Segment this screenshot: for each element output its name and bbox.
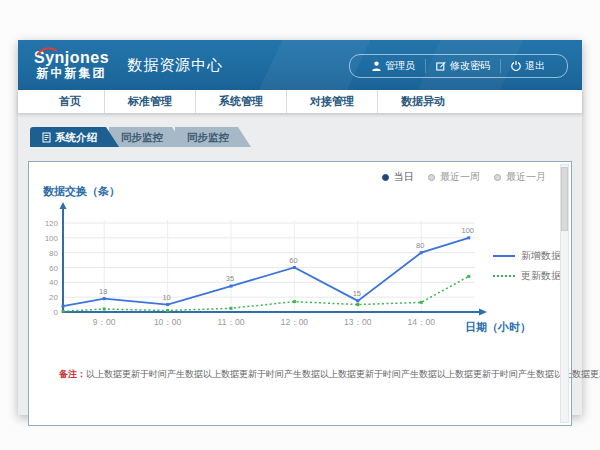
- radio-dot-icon: [382, 174, 389, 181]
- svg-text:60: 60: [289, 256, 297, 265]
- footnote: 备注：以上数据更新于时间产生数据以上数据更新于时间产生数据以上数据更新于时间产生…: [59, 368, 600, 381]
- scrollbar-thumb[interactable]: [561, 167, 568, 231]
- svg-text:35: 35: [226, 274, 234, 283]
- svg-text:20: 20: [49, 293, 58, 302]
- tab-system-intro[interactable]: 系统介绍: [30, 127, 119, 147]
- user-icon: [372, 61, 381, 71]
- range-filter-group: 当日 最近一周 最近一月: [382, 170, 546, 184]
- legend-label: 更新数据: [521, 269, 561, 283]
- svg-text:9：00: 9：00: [93, 317, 116, 327]
- tab-sync-monitor-2[interactable]: 同步监控: [175, 127, 251, 147]
- nav-item-standards[interactable]: 标准管理: [104, 90, 195, 113]
- tab-label: 同步监控: [187, 127, 229, 147]
- app-header: Synjones 新中新集团 数据资源中心 管理员 修改密码 退出: [18, 40, 582, 90]
- y-axis-title: 数据交换（条）: [43, 184, 120, 199]
- svg-text:80: 80: [416, 241, 424, 250]
- legend-item-updated-data: 更新数据: [493, 266, 561, 286]
- tab-label: 系统介绍: [55, 127, 97, 147]
- nav-item-home[interactable]: 首页: [36, 90, 104, 113]
- app-window: Synjones 新中新集团 数据资源中心 管理员 修改密码 退出 首页 标准管…: [18, 40, 582, 415]
- current-user-button[interactable]: 管理员: [362, 59, 425, 73]
- svg-text:100: 100: [462, 226, 475, 235]
- radio-dot-icon: [428, 174, 435, 181]
- x-axis-title: 日期（小时）: [465, 320, 531, 335]
- svg-text:12：00: 12：00: [281, 317, 309, 327]
- svg-text:40: 40: [49, 278, 58, 287]
- change-password-button[interactable]: 修改密码: [425, 59, 500, 73]
- blue-line-sample-icon: [493, 255, 515, 257]
- footnote-text: 以上数据更新于时间产生数据以上数据更新于时间产生数据以上数据更新于时间产生数据以…: [86, 369, 600, 379]
- company-logo: Synjones 新中新集团: [34, 50, 109, 79]
- svg-text:18: 18: [99, 287, 107, 296]
- page-title: 数据资源中心: [127, 56, 223, 75]
- logo-swoosh-icon: [36, 47, 58, 56]
- footnote-prefix: 备注：: [59, 369, 86, 379]
- chart-area: 0204060801001209：0010：0011：0012：0013：001…: [39, 200, 507, 346]
- svg-text:100: 100: [45, 234, 59, 243]
- svg-text:13：00: 13：00: [344, 317, 372, 327]
- svg-text:0: 0: [54, 308, 59, 317]
- panel-scrollbar[interactable]: [560, 164, 569, 423]
- svg-text:80: 80: [49, 249, 58, 258]
- chart-legend: 新增数据 更新数据: [493, 246, 561, 286]
- logo-subtext: 新中新集团: [34, 67, 109, 80]
- legend-label: 新增数据: [521, 249, 561, 263]
- filter-last-month[interactable]: 最近一月: [494, 170, 546, 184]
- svg-text:10: 10: [162, 293, 170, 302]
- green-line-sample-icon: [493, 275, 515, 277]
- svg-text:11：00: 11：00: [218, 317, 245, 327]
- svg-text:120: 120: [45, 219, 59, 228]
- tab-label: 同步监控: [121, 127, 163, 147]
- svg-text:15: 15: [353, 289, 361, 298]
- power-icon: [511, 61, 521, 71]
- nav-item-data-changes[interactable]: 数据异动: [377, 90, 468, 113]
- tab-bar: 系统介绍 同步监控 同步监控: [30, 127, 582, 147]
- filter-last-week[interactable]: 最近一周: [428, 170, 480, 184]
- svg-text:60: 60: [49, 264, 58, 273]
- filter-label: 最近一周: [440, 170, 480, 184]
- main-nav: 首页 标准管理 系统管理 对接管理 数据异动: [18, 90, 582, 113]
- edit-icon: [436, 61, 446, 71]
- nav-item-integration[interactable]: 对接管理: [286, 90, 377, 113]
- user-toolbar: 管理员 修改密码 退出: [349, 54, 568, 78]
- filter-today[interactable]: 当日: [382, 170, 414, 184]
- logout-button[interactable]: 退出: [500, 59, 555, 73]
- filter-label: 最近一月: [506, 170, 546, 184]
- svg-text:14：00: 14：00: [407, 317, 435, 327]
- line-chart: 0204060801001209：0010：0011：0012：0013：001…: [39, 200, 507, 346]
- tab-sync-monitor-1[interactable]: 同步监控: [109, 127, 185, 147]
- filter-label: 当日: [394, 170, 414, 184]
- content-area: 系统介绍 同步监控 同步监控 当日 最近一周: [18, 127, 582, 429]
- chart-panel: 当日 最近一周 最近一月 数据交换（条） 0204060801001209：00…: [28, 161, 572, 426]
- nav-item-system[interactable]: 系统管理: [195, 90, 286, 113]
- svg-text:10：00: 10：00: [154, 317, 182, 327]
- legend-item-new-data: 新增数据: [493, 246, 561, 266]
- document-icon: [42, 132, 51, 143]
- radio-dot-icon: [494, 174, 501, 181]
